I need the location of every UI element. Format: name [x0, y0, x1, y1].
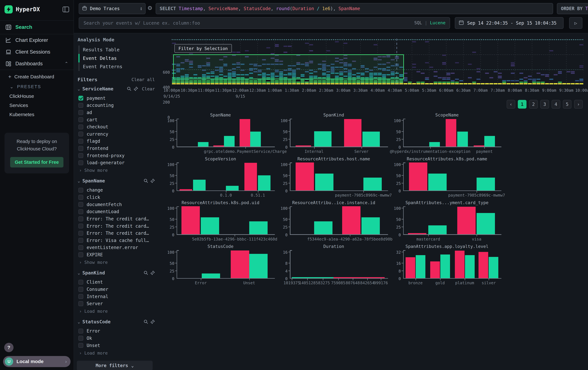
checkbox[interactable] [78, 132, 83, 136]
search-icon[interactable] [144, 179, 148, 183]
filter-option[interactable]: Internal [77, 293, 156, 300]
filter-group-header[interactable]: ⌄SpanKind [78, 270, 155, 276]
pagination-prev[interactable]: ‹ [507, 100, 515, 109]
delta-chart-resourceattributes-k8s-pod-uid[interactable]: ResourceAttributes.k8s.pod.uid025501005e… [164, 200, 277, 243]
filter-option[interactable]: Error: The credit card (… [77, 215, 156, 222]
checkbox[interactable] [78, 224, 83, 229]
analysis-mode-option-event-deltas[interactable]: Event Deltas [77, 54, 156, 62]
delta-chart-duration[interactable]: Duration04816101937514051285832757590858… [277, 243, 390, 287]
sidebar-item-kubernetes[interactable]: Kubernetes [0, 110, 74, 119]
delta-chart-resourceattributes-k8s-pod-name[interactable]: ResourceAttributes.k8s.pod.name02550100p… [390, 156, 504, 200]
filter-option[interactable]: payment [77, 95, 156, 102]
filter-group-header[interactable]: ⌄ServiceNameClear [78, 86, 155, 91]
time-range-picker[interactable]: Sep 14 22:04:35 - Sep 15 10:04:35 [455, 17, 564, 29]
filter-option[interactable]: Consumer [77, 286, 156, 293]
pin-icon[interactable] [150, 270, 155, 275]
checkbox[interactable] [78, 125, 83, 129]
pin-icon[interactable] [150, 320, 155, 324]
show-more-link[interactable]: ›Show more [77, 166, 156, 173]
filter-option[interactable]: Unset [77, 342, 156, 349]
search-icon[interactable] [144, 320, 148, 324]
checkbox[interactable] [78, 238, 83, 243]
order-by-input[interactable]: ORDER BY Timestamp DESC [557, 3, 588, 14]
search-icon[interactable] [144, 270, 148, 275]
checkbox[interactable] [78, 280, 83, 285]
filter-option[interactable]: Client [77, 279, 156, 286]
delta-chart-resourceattribu-ice-instance-id[interactable]: ResourceAttribu..ice.instance.id02550100… [277, 200, 390, 243]
checkbox[interactable] [78, 160, 83, 165]
checkbox[interactable] [78, 202, 83, 207]
show-more-link[interactable]: ›Show more [77, 258, 156, 265]
pagination-page-3[interactable]: 3 [540, 100, 549, 109]
checkbox[interactable] [78, 287, 83, 292]
show-more-link[interactable]: ›Load more [77, 307, 156, 314]
sidebar-item-services[interactable]: Services [0, 101, 74, 110]
get-started-button[interactable]: Get Started for Free [10, 157, 63, 168]
delta-chart-spanname[interactable]: SpanName02550100grpc.oteldemo.PaymentSer… [164, 112, 277, 156]
local-mode-button[interactable]: U Local mode › [3, 356, 71, 367]
delta-chart-scopeversion[interactable]: ScopeVersion025501000.1.00.51.1 [164, 156, 277, 200]
checkbox[interactable] [78, 110, 83, 115]
filter-option[interactable]: accounting [77, 102, 156, 109]
pin-icon[interactable] [134, 87, 138, 91]
source-select[interactable]: Demo Traces ▴▾ [79, 3, 146, 14]
filter-option[interactable]: click [77, 194, 156, 201]
filter-option[interactable]: checkout [77, 123, 156, 130]
checkbox[interactable] [78, 343, 83, 348]
pagination-next[interactable]: › [574, 100, 583, 109]
delta-chart-statuscode[interactable]: StatusCode02550100ErrorUnset [164, 243, 277, 287]
sidebar-item-clickhouse[interactable]: ClickHouse [0, 91, 74, 101]
filter-option[interactable]: currency [77, 130, 156, 138]
filter-option[interactable]: Error [77, 327, 156, 335]
sidebar-item-search[interactable]: Search [0, 20, 74, 34]
delta-chart-spanattributes-yment-card-type[interactable]: SpanAttributes...yment.card_type02550100… [390, 200, 504, 243]
filter-option[interactable]: documentLoad [77, 208, 156, 215]
clear-filter-button[interactable]: Clear [142, 86, 155, 91]
filter-by-selection-button[interactable]: Filter by Selection [174, 44, 232, 53]
checkbox[interactable] [78, 252, 83, 257]
filter-option[interactable]: EXPIRE [77, 251, 156, 258]
filter-option[interactable]: flagd [77, 138, 156, 145]
filter-option[interactable]: cart [77, 116, 156, 123]
checkbox[interactable] [78, 209, 83, 214]
more-filters-button[interactable]: More filters ⌄ [77, 361, 152, 370]
pagination-page-1[interactable]: 1 [518, 100, 526, 109]
help-button[interactable]: ? [4, 343, 13, 352]
duration-heatmap[interactable] [172, 38, 584, 85]
filter-option[interactable]: change [77, 187, 156, 194]
sidebar-item-dashboards[interactable]: Dashboards ⌃ [0, 58, 74, 70]
pagination-page-5[interactable]: 5 [563, 100, 572, 109]
heatmap-selection[interactable] [173, 55, 403, 79]
search-icon[interactable] [127, 87, 131, 91]
query-language-toggle[interactable]: SQL | Lucene [414, 20, 445, 25]
lucene-toggle[interactable]: Lucene [430, 20, 445, 25]
delta-chart-spankind[interactable]: SpanKind02550100InternalServer [277, 112, 390, 156]
checkbox[interactable] [78, 188, 83, 192]
checkbox[interactable] [78, 294, 83, 299]
delta-chart-resourceattributes-host-name[interactable]: ResourceAttributes.host.name02550100paym… [277, 156, 390, 200]
gear-icon[interactable]: ⚙ [147, 5, 152, 11]
pin-icon[interactable] [150, 179, 155, 183]
filter-option[interactable]: Server [77, 300, 156, 307]
clear-all-button[interactable]: Clear all [132, 77, 155, 82]
checkbox[interactable] [78, 139, 83, 144]
filter-option[interactable]: Ok [77, 335, 156, 342]
checkbox[interactable] [78, 195, 83, 200]
filter-option[interactable]: Error: The credit card (… [77, 230, 156, 237]
pagination-page-2[interactable]: 2 [529, 100, 538, 109]
filter-group-header[interactable]: ⌄SpanName [78, 178, 155, 184]
checkbox[interactable] [78, 146, 83, 151]
filter-option[interactable]: frontend-proxy [77, 152, 156, 159]
checkbox[interactable] [78, 103, 83, 108]
sidebar-collapse-icon[interactable] [63, 7, 69, 12]
delta-chart-scopename[interactable]: ScopeName02550100@hyperdx/instrumentatio… [390, 112, 504, 156]
events-search-input[interactable] [79, 17, 450, 29]
checkbox[interactable] [78, 231, 83, 236]
filter-option[interactable]: Error: The credit card (… [77, 222, 156, 230]
checkbox[interactable] [78, 301, 83, 306]
show-more-link[interactable]: ›Load more [77, 349, 156, 355]
presets-toggle[interactable]: ⌄ PRESETS [0, 82, 74, 91]
filter-group-header[interactable]: ⌄StatusCode [78, 319, 155, 324]
analysis-mode-option-results-table[interactable]: Results Table [77, 46, 156, 54]
run-query-button[interactable]: ▷ [569, 17, 582, 29]
